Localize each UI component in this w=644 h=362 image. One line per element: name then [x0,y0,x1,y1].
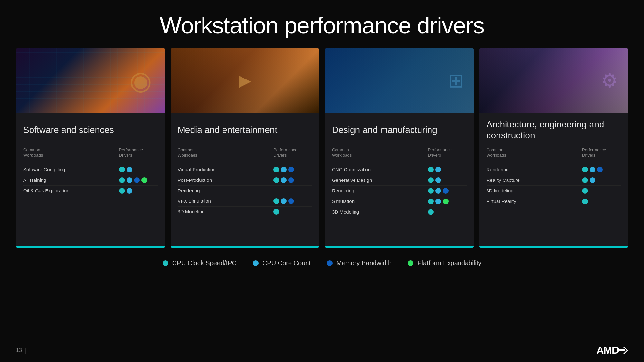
dot-core [127,177,132,183]
table-header-software: CommonWorkloads PerformanceDrivers [23,147,158,158]
workload-name: Simulation [332,199,428,204]
workload-dots [428,199,467,204]
workload-name: Software Compiling [23,167,119,172]
legend-dot-clock [163,260,168,266]
dot-clock [428,209,434,215]
card-accent [325,246,474,248]
card-image-media [171,48,319,113]
workloads-header: CommonWorkloads [178,147,274,158]
arch-image [479,48,628,113]
dot-plat [443,199,449,204]
workload-row: Rendering [332,186,467,196]
workload-row: Oil & Gas Exploration [23,186,158,196]
software-image [16,48,165,113]
dot-mem [288,177,294,183]
workloads-header: CommonWorkloads [487,147,582,158]
workload-name: 3D Modeling [332,209,428,215]
dot-core [435,177,441,183]
workload-name: VFX Simulation [178,198,274,204]
design-image [325,48,474,113]
legend-item-mem: Memory Bandwidth [327,259,392,267]
workload-name: Virtual Reality [487,199,582,204]
workload-row: CNC Optimization [332,164,467,175]
workload-row: Rendering [487,164,621,175]
media-image [171,48,319,113]
dot-clock [273,177,279,183]
dot-core [435,167,441,172]
dot-clock [582,188,588,194]
legend-dot-core [253,260,259,266]
card-body-media: Media and entertainment CommonWorkloads … [171,113,319,248]
workload-dots [428,167,467,172]
workload-dots [582,177,621,183]
workload-row: Reality Capture [487,175,621,186]
legend: CPU Clock Speed/IPC CPU Core Count Memor… [0,248,644,273]
workload-row: Simulation [332,196,467,207]
workload-dots [273,167,312,172]
dot-clock [428,167,434,172]
dot-core [590,167,595,172]
dot-core [281,198,287,204]
card-body-arch: Architecture, engineering and constructi… [479,113,628,248]
dot-mem [288,198,294,204]
dot-mem [597,167,603,172]
card-image-design [325,48,474,113]
workload-row: 3D Modeling [332,207,467,217]
legend-item-plat: Platform Expandability [408,259,481,267]
card-arch: Architecture, engineering and constructi… [479,48,628,248]
legend-label-clock: CPU Clock Speed/IPC [172,259,237,267]
drivers-header: PerformanceDrivers [582,147,621,158]
dot-core [435,199,441,204]
workload-row: 3D Modeling [178,207,312,217]
workload-name: AI Training [23,177,119,183]
workloads-header: CommonWorkloads [332,147,428,158]
legend-label-core: CPU Core Count [262,259,311,267]
divider [178,162,312,162]
divider [23,162,158,162]
workload-dots [273,198,312,204]
workload-name: Generative Design [332,177,428,183]
dot-clock [119,167,125,172]
workload-row: 3D Modeling [487,186,621,196]
dot-mem [443,188,449,194]
workload-name: 3D Modeling [487,188,582,193]
dot-plat [141,177,147,183]
workload-row: Virtual Production [178,164,312,175]
workload-name: Reality Capture [487,177,582,183]
workload-row: VFX Simulation [178,196,312,207]
dot-clock [428,177,434,183]
card-accent [16,246,165,248]
workload-name: Rendering [178,188,274,193]
workloads-header: CommonWorkloads [23,147,119,158]
workload-name: Rendering [487,167,582,172]
workload-row: Rendering [178,186,312,196]
workload-row: Software Compiling [23,164,158,175]
amd-logo: AMD [596,344,628,356]
legend-item-clock: CPU Clock Speed/IPC [163,259,237,267]
dot-clock [582,177,588,183]
amd-logo-arrow [619,346,628,355]
workload-row: AI Training [23,175,158,186]
divider [332,162,467,162]
card-image-software [16,48,165,113]
dot-core [281,167,287,172]
dot-clock [119,188,125,194]
card-body-software: Software and sciences CommonWorkloads Pe… [16,113,165,248]
workload-dots [273,177,312,183]
table-header-arch: CommonWorkloads PerformanceDrivers [487,147,621,158]
dot-mem [288,167,294,172]
card-image-arch [479,48,628,113]
workload-dots [582,199,621,204]
card-accent [171,246,319,248]
svg-rect-1 [619,349,625,351]
dot-clock [273,198,279,204]
workload-name: 3D Modeling [178,209,274,214]
card-title-arch: Architecture, engineering and constructi… [487,119,621,141]
dot-clock [273,167,279,172]
card-title-design: Design and manufacturing [332,119,467,141]
legend-item-core: CPU Core Count [253,259,311,267]
dot-clock [119,177,125,183]
dot-core [435,188,441,194]
card-body-design: Design and manufacturing CommonWorkloads… [325,113,474,248]
workload-name: Virtual Production [178,167,274,172]
